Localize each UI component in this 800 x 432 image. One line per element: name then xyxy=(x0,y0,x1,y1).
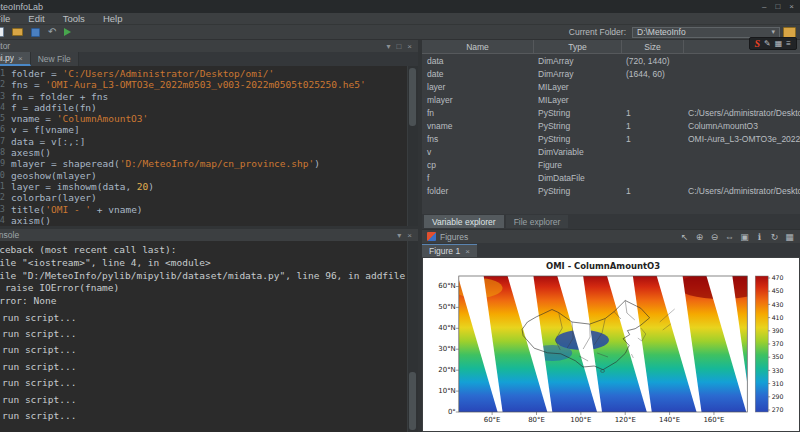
console-scrollbar[interactable] xyxy=(407,241,418,432)
console-line: run script... xyxy=(0,377,418,390)
code-text: data = v[:,:] xyxy=(8,136,85,147)
line-number: 4 xyxy=(0,102,8,113)
tab-close-icon[interactable]: × xyxy=(18,54,23,63)
left-column: Editor ▾ □ × omi.py × New Fil xyxy=(0,40,418,432)
code-text: f = addfile(fn) xyxy=(8,102,97,113)
table-row[interactable]: mlayerMILayer xyxy=(422,93,800,106)
editor-tab-newfile[interactable]: New File xyxy=(31,52,79,66)
browse-folder-button[interactable] xyxy=(783,27,796,38)
tab-close-icon[interactable]: × xyxy=(465,247,470,256)
new-script-button[interactable] xyxy=(0,26,4,38)
full-extent-icon[interactable]: ▣ xyxy=(739,231,750,243)
code-line[interactable]: 1folder = 'C:/Users/Administrator/Deskto… xyxy=(0,68,418,79)
x-tick-label: 100°E xyxy=(570,416,591,424)
editor-scrollbar-thumb[interactable] xyxy=(409,68,416,126)
identify-icon[interactable]: ℹ xyxy=(754,231,765,243)
figure-tabbar: Figure 1 × xyxy=(422,243,800,257)
table-row[interactable]: fnsPyString1OMI-Aura_L3-OMTO3e_2022m0503… xyxy=(422,132,800,145)
pan-icon[interactable]: ⇔ xyxy=(724,231,735,243)
code-line[interactable]: 2fns = 'OMI-Aura_L3-OMTO3e_2022m0503_v00… xyxy=(0,79,418,90)
menu-edit[interactable]: Edit xyxy=(19,13,53,24)
menu-tools[interactable]: Tools xyxy=(54,13,94,24)
table-row[interactable]: fnPyString1C:/Users/Administrator/Deskto… xyxy=(422,106,800,119)
code-line[interactable]: 12colorbar(layer) xyxy=(0,192,418,203)
menu-file[interactable]: File xyxy=(0,13,19,24)
code-line[interactable]: 10geoshow(mlayer) xyxy=(0,170,418,181)
open-file-button[interactable] xyxy=(12,26,23,38)
editor-scrollbar[interactable] xyxy=(407,66,418,226)
ime-keyboard-icon[interactable]: ▦ xyxy=(775,38,783,49)
line-number: 11 xyxy=(0,181,8,192)
colorbar xyxy=(755,276,768,412)
ime-menu-icon[interactable]: ≡ xyxy=(786,38,791,49)
code-line[interactable]: 11layer = imshowm(data, 20) xyxy=(0,181,418,192)
ozone-swath-image xyxy=(453,273,766,412)
zoom-in-icon[interactable]: ⊕ xyxy=(694,231,705,243)
minimize-button[interactable]: – xyxy=(762,0,766,13)
variable-type: PyString xyxy=(534,186,622,196)
x-tick-label: 140°E xyxy=(659,416,680,424)
table-row[interactable]: vDimVariable xyxy=(422,145,800,158)
code-line[interactable]: 5vname = 'ColumnAmountO3' xyxy=(0,113,418,124)
close-button[interactable]: × xyxy=(789,0,794,13)
figure-canvas[interactable]: OMI - ColumnAmountO3 xyxy=(423,258,799,431)
code-line[interactable]: 4f = addfile(fn) xyxy=(0,102,418,113)
table-row[interactable]: dataDimArray(720, 1440) xyxy=(422,54,800,67)
panel-close-icon[interactable]: × xyxy=(407,42,412,51)
code-line[interactable]: 14axism() xyxy=(0,215,418,226)
run-script-button[interactable] xyxy=(64,26,71,38)
panel-menu-icon[interactable]: ▾ xyxy=(386,42,390,51)
tab-file-explorer[interactable]: File explorer xyxy=(506,215,569,228)
cursor-icon[interactable]: ↖ xyxy=(679,231,690,243)
code-text: colorbar(layer) xyxy=(8,192,97,203)
table-row[interactable]: layerMILayer xyxy=(422,80,800,93)
table-row[interactable]: dateDimArray(1644, 60) xyxy=(422,67,800,80)
menu-help[interactable]: Help xyxy=(94,13,132,24)
undo-button[interactable]: ↶ xyxy=(48,26,56,38)
table-row[interactable]: vnamePyString1ColumnAmountO3 xyxy=(422,119,800,132)
panel-menu-icon[interactable]: ▾ xyxy=(397,231,401,240)
console-line: File "D:/MeteoInfo/pylib/mipylib/dataset… xyxy=(0,270,418,283)
code-text: axism() xyxy=(8,215,51,226)
table-row[interactable]: cpFigure xyxy=(422,158,800,171)
code-line[interactable]: 7data = v[:,:] xyxy=(0,136,418,147)
console-scrollbar-thumb[interactable] xyxy=(409,372,416,430)
table-row[interactable]: folderPyString1C:/Users/Administrator/De… xyxy=(422,184,800,197)
code-line[interactable]: 6v = f[vname] xyxy=(0,124,418,135)
maximize-button[interactable]: □ xyxy=(775,0,780,13)
editor-tab-omi[interactable]: omi.py × xyxy=(0,52,31,66)
save-button[interactable] xyxy=(31,26,40,38)
line-number: 12 xyxy=(0,192,8,203)
column-header-type[interactable]: Type xyxy=(534,40,622,53)
console-output[interactable]: Traceback (most recent call last): File … xyxy=(0,241,418,432)
code-line[interactable]: 3fn = folder + fns xyxy=(0,91,418,102)
table-row[interactable]: fDimDataFile xyxy=(422,171,800,184)
chevron-down-icon[interactable]: ▾ xyxy=(771,28,775,36)
screen: MeteoInfoLab – □ × File Edit Tools Help … xyxy=(0,0,800,432)
editor-panel: Editor ▾ □ × omi.py × New Fil xyxy=(0,40,418,226)
ime-logo-icon[interactable]: S xyxy=(755,38,761,49)
titlebar[interactable]: MeteoInfoLab – □ × xyxy=(0,0,800,13)
code-line[interactable]: 9mlayer = shaperead('D:/MeteoInfo/map/cn… xyxy=(0,158,418,169)
grid-icon[interactable]: ▦ xyxy=(784,231,795,243)
code-line[interactable]: 8axesm() xyxy=(0,147,418,158)
current-folder-value: D:\MeteoInfo xyxy=(637,27,686,37)
colorbar-ticks xyxy=(768,278,770,410)
code-area[interactable]: 1folder = 'C:/Users/Administrator/Deskto… xyxy=(0,66,418,226)
column-header-size[interactable]: Size xyxy=(622,40,684,53)
console-line: run script... xyxy=(0,361,418,374)
column-header-name[interactable]: Name xyxy=(422,40,534,53)
panel-close-icon[interactable]: × xyxy=(407,231,412,240)
code-line[interactable]: 13title('OMI - ' + vname) xyxy=(0,204,418,215)
rotate-icon[interactable]: ↻ xyxy=(769,231,780,243)
tab-figure-1[interactable]: Figure 1 × xyxy=(422,244,477,257)
y-tick-label: 40°N xyxy=(438,324,456,332)
ime-toolbar[interactable]: S ✎ ▦ ≡ xyxy=(749,37,798,50)
panel-float-icon[interactable]: □ xyxy=(396,42,401,51)
current-folder-combobox[interactable]: D:\MeteoInfo ▾ xyxy=(632,27,780,38)
save-icon xyxy=(31,28,40,37)
ime-pen-icon[interactable]: ✎ xyxy=(764,38,771,49)
y-tick-label: 60°N xyxy=(438,282,456,290)
zoom-out-icon[interactable]: ⊖ xyxy=(709,231,720,243)
tab-variable-explorer[interactable]: Variable explorer xyxy=(424,215,504,228)
